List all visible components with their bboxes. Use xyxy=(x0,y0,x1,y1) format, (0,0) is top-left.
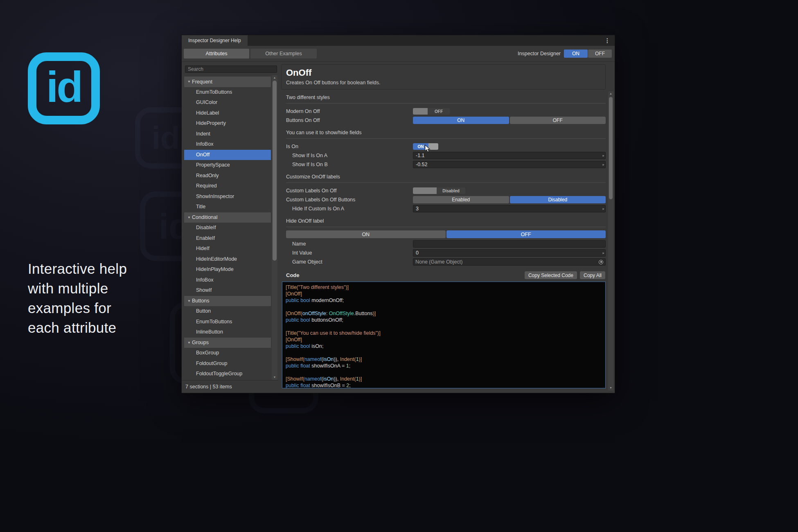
int-value-field[interactable] xyxy=(413,249,606,257)
sidebar-item-inlinebutton[interactable]: InlineButton xyxy=(184,327,271,338)
on-button[interactable]: ON xyxy=(286,230,446,238)
inspector-designer-label: Inspector Designer xyxy=(518,51,561,56)
show-if-is-on-a-field[interactable] xyxy=(413,152,606,159)
custom-labels-toggle[interactable]: Disabled xyxy=(413,187,465,194)
window-title-tab[interactable]: Inspector Designer Help xyxy=(182,35,248,46)
enabled-button[interactable]: Enabled xyxy=(413,196,509,203)
hide-if-custom-field[interactable] xyxy=(413,205,606,212)
sidebar-item-enableif[interactable]: EnableIf xyxy=(184,233,271,244)
sidebar-item-hideineditormode[interactable]: HideInEditorMode xyxy=(184,254,271,265)
on-button[interactable]: ON xyxy=(413,117,509,124)
inspector-designer-on-off-toggle: ON OFF xyxy=(564,50,612,58)
property-row-name: Name xyxy=(281,239,606,248)
sidebar-item-infobox[interactable]: InfoBox xyxy=(184,275,271,286)
modern-on-off-toggle[interactable]: OFF xyxy=(413,108,450,115)
code-line: [OnOff(onOffStyle: OnOffStyle.Buttons)] xyxy=(286,310,602,317)
off-button[interactable]: OFF xyxy=(510,117,606,124)
search-input[interactable] xyxy=(185,65,277,73)
section-divider xyxy=(286,138,606,139)
toggle-knob xyxy=(413,108,428,115)
section-label: Frequent xyxy=(192,79,212,85)
foldout-open-icon: ▼ xyxy=(184,216,192,219)
sidebar-item-infobox[interactable]: InfoBox xyxy=(184,139,271,150)
sidebar-item-propertyspace[interactable]: PropertySpace xyxy=(184,160,271,171)
sidebar-item-indent[interactable]: Indent xyxy=(184,129,271,140)
sidebar-item-guicolor[interactable]: GUIColor xyxy=(184,97,271,108)
sidebar-status-bar: 7 sections | 53 items xyxy=(182,380,278,393)
section-title-custom: Customize OnOff labels xyxy=(286,174,606,180)
sidebar-section-groups[interactable]: ▼Groups xyxy=(184,338,271,348)
tab-other-examples[interactable]: Other Examples xyxy=(250,49,317,59)
name-field[interactable] xyxy=(413,240,606,248)
property-label: Hide If Custom Is On A xyxy=(286,206,413,212)
tab-label: Attributes xyxy=(206,51,228,56)
field-wrap: ▸ xyxy=(413,249,606,257)
sidebar-item-foldouttogglegroup[interactable]: FoldoutToggleGroup xyxy=(184,369,271,379)
section-divider xyxy=(286,227,606,227)
code-line: public bool buttonsOnOff; xyxy=(286,317,602,323)
game-object-field[interactable]: None (Game Object) xyxy=(413,258,606,266)
sidebar-section-frequent[interactable]: ▼Frequent xyxy=(184,77,271,87)
control-cell: ▸ xyxy=(413,205,606,212)
sidebar-item-showininspector[interactable]: ShowInInspector xyxy=(184,192,271,202)
copy-selected-code-button[interactable]: Copy Selected Code xyxy=(525,271,577,279)
control-cell: ▸ xyxy=(413,249,606,257)
property-label: Buttons On Off xyxy=(286,117,413,123)
control-cell: Enabled Disabled xyxy=(413,196,606,203)
inspector-designer-logo: id xyxy=(28,52,100,124)
main-scrollbar[interactable]: ▲ ▼ xyxy=(608,91,613,390)
sidebar-item-enumtobuttons[interactable]: EnumToButtons xyxy=(184,317,271,327)
scroll-down-icon[interactable]: ▼ xyxy=(272,375,277,379)
copy-all-button[interactable]: Copy All xyxy=(580,271,605,279)
foldout-open-icon: ▼ xyxy=(184,299,192,303)
sidebar-item-showif[interactable]: ShowIf xyxy=(184,285,271,296)
inspector-designer-on-button[interactable]: ON xyxy=(564,50,588,58)
code-line: [Title("Two different styles")] xyxy=(286,284,602,291)
code-block[interactable]: [Title("Two different styles")][OnOff]pu… xyxy=(282,282,606,388)
field-wrap: ▸ xyxy=(413,205,606,212)
foldout-open-icon: ▼ xyxy=(184,341,192,345)
scroll-up-icon[interactable]: ▲ xyxy=(608,92,613,96)
main-scrollbar-thumb[interactable] xyxy=(609,97,613,199)
disabled-button[interactable]: Disabled xyxy=(510,196,606,203)
sidebar-item-readonly[interactable]: ReadOnly xyxy=(184,171,271,181)
property-row-show-if-a: Show If Is On A ▸ xyxy=(281,151,606,160)
sidebar-scrollbar-thumb[interactable] xyxy=(273,81,277,261)
field-expander-icon: ▸ xyxy=(602,153,604,158)
section-title-styles: Two different styles xyxy=(286,95,606,101)
sidebar-item-boxgroup[interactable]: BoxGroup xyxy=(184,348,271,358)
sidebar-item-onoff[interactable]: OnOff xyxy=(184,150,271,160)
sidebar-item-button[interactable]: Button xyxy=(184,306,271,317)
sidebar-section-buttons[interactable]: ▼Buttons xyxy=(184,296,271,307)
code-line: [ShowIf(nameof(isOn)), Indent(1)] xyxy=(286,356,602,363)
off-button[interactable]: OFF xyxy=(446,230,606,238)
sidebar-item-hidelabel[interactable]: HideLabel xyxy=(184,108,271,119)
show-if-is-on-b-field[interactable] xyxy=(413,161,606,168)
sidebar-item-hideproperty[interactable]: HideProperty xyxy=(184,118,271,129)
inspector-designer-off-button[interactable]: OFF xyxy=(588,50,612,58)
sidebar-item-hideif[interactable]: HideIf xyxy=(184,243,271,254)
is-on-toggle[interactable]: ON xyxy=(413,143,438,150)
scroll-up-icon[interactable]: ▲ xyxy=(272,76,277,80)
object-picker-icon[interactable] xyxy=(599,260,603,264)
sidebar-item-foldoutgroup[interactable]: FoldoutGroup xyxy=(184,358,271,369)
property-row-custom-labels-buttons: Custom Labels On Off Buttons Enabled Dis… xyxy=(281,195,606,204)
sidebar-section-conditional[interactable]: ▼Conditional xyxy=(184,212,271,223)
code-line: [OnOff] xyxy=(286,336,602,343)
sidebar-item-enumtobuttons[interactable]: EnumToButtons xyxy=(184,87,271,98)
sidebar-item-hideinplaymode[interactable]: HideInPlayMode xyxy=(184,264,271,275)
sidebar-item-disableif[interactable]: DisableIf xyxy=(184,223,271,233)
code-line xyxy=(286,323,602,330)
code-line xyxy=(286,304,602,310)
property-row-custom-labels: Custom Labels On Off Disabled xyxy=(281,186,606,195)
scroll-down-icon[interactable]: ▼ xyxy=(608,386,613,390)
kebab-menu-icon[interactable]: ⋮ xyxy=(600,37,615,44)
sidebar-item-title[interactable]: Title xyxy=(184,202,271,212)
sidebar-item-required[interactable]: Required xyxy=(184,181,271,192)
control-cell: ON OFF xyxy=(413,117,606,124)
code-line: public float showIfIsOnB = 2; xyxy=(286,382,602,388)
code-line: [Title("You can use it to show/hide fiel… xyxy=(286,330,602,336)
sidebar-scrollbar[interactable]: ▲ ▼ xyxy=(272,75,277,380)
tab-attributes[interactable]: Attributes xyxy=(184,49,249,59)
property-row-hide-if-custom: Hide If Custom Is On A ▸ xyxy=(281,204,606,213)
